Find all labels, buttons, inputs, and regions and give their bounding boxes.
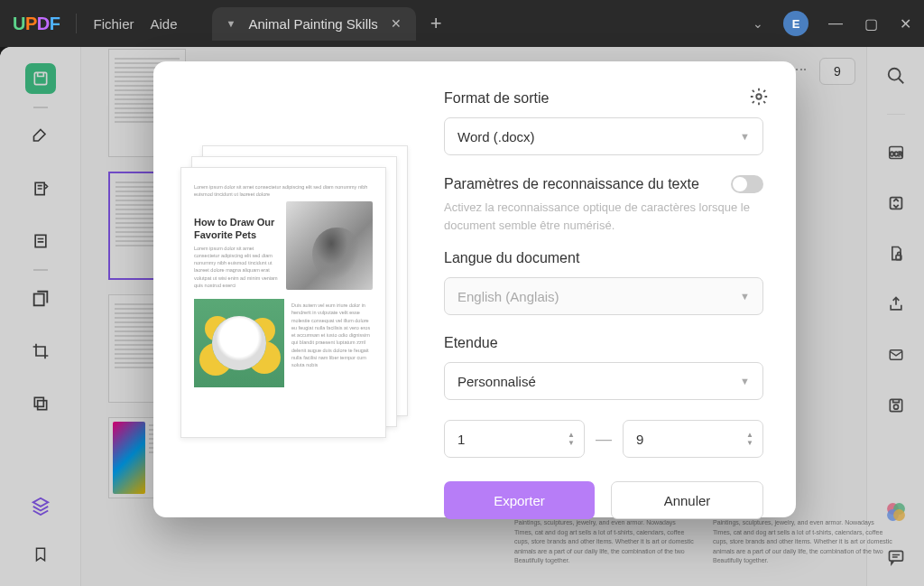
extent-select[interactable]: Personnalisé ▼ [444,362,763,400]
export-preview: Lorem ipsum dolor sit amet consectetur a… [153,61,435,517]
chevron-down-icon: ▼ [740,291,750,302]
preview-image-flower [194,299,284,387]
language-select[interactable]: English (Anglais) ▼ [444,277,763,315]
tab-title: Animal Painting Skills [248,16,377,32]
close-icon[interactable]: ✕ [391,16,402,31]
menu-file[interactable]: Fichier [93,16,134,32]
tab-bar: ▼ Animal Painting Skills ✕ + [212,7,442,41]
recognition-toggle[interactable] [731,175,763,193]
document-tab[interactable]: ▼ Animal Painting Skills ✕ [212,7,416,41]
window-controls: — ▢ ✕ [828,15,911,33]
step-down-icon[interactable]: ▼ [746,440,753,447]
app-logo: UPDF [13,14,60,34]
range-from-input[interactable]: 1 ▲▼ [444,420,585,458]
input-value: 1 [457,432,465,447]
step-down-icon[interactable]: ▼ [568,440,575,447]
svg-point-19 [756,94,762,99]
language-label: Langue du document [444,250,763,266]
step-up-icon[interactable]: ▲ [568,432,575,439]
recognition-label: Paramètres de reconnaissance du texte [444,176,718,192]
cancel-button[interactable]: Annuler [611,481,763,519]
title-bar: UPDF Fichier Aide ▼ Animal Painting Skil… [0,0,924,47]
chevron-down-icon: ▼ [740,376,750,386]
close-window-icon[interactable]: ✕ [900,15,911,33]
select-value: English (Anglais) [457,289,559,304]
range-separator: — [596,430,612,449]
preview-image-dog [286,201,373,290]
chevron-down-icon: ▼ [740,131,750,142]
select-value: Word (.docx) [457,129,535,144]
separator [76,14,77,33]
export-settings: Format de sortie Word (.docx) ▼ Paramètr… [435,61,796,517]
export-dialog: Lorem ipsum dolor sit amet consectetur a… [153,61,796,517]
user-avatar[interactable]: E [783,11,808,36]
range-to-input[interactable]: 9 ▲▼ [623,420,763,458]
page-range-row: 1 ▲▼ — 9 ▲▼ [444,420,763,458]
input-value: 9 [636,432,643,447]
maximize-icon[interactable]: ▢ [864,15,878,33]
step-up-icon[interactable]: ▲ [746,432,753,439]
preview-heading: How to Draw Our Favorite Pets [194,216,279,242]
select-value: Personnalisé [457,374,536,389]
chevron-down-icon[interactable]: ⌄ [753,16,763,31]
preview-page-front: Lorem ipsum dolor sit amet consectetur a… [180,167,386,438]
export-button[interactable]: Exporter [444,481,595,519]
output-format-label: Format de sortie [444,90,763,107]
minimize-icon[interactable]: — [828,15,843,33]
output-format-select[interactable]: Word (.docx) ▼ [444,117,763,155]
gear-icon[interactable] [749,87,769,107]
chevron-down-icon[interactable]: ▼ [226,18,236,29]
dialog-buttons: Exporter Annuler [444,481,763,519]
titlebar-right: ⌄ E — ▢ ✕ [753,11,911,36]
menu-help[interactable]: Aide [150,16,177,32]
extent-label: Etendue [444,335,763,351]
recognition-hint: Activez la reconnaissance optique de car… [444,199,763,234]
new-tab-button[interactable]: + [430,12,442,35]
